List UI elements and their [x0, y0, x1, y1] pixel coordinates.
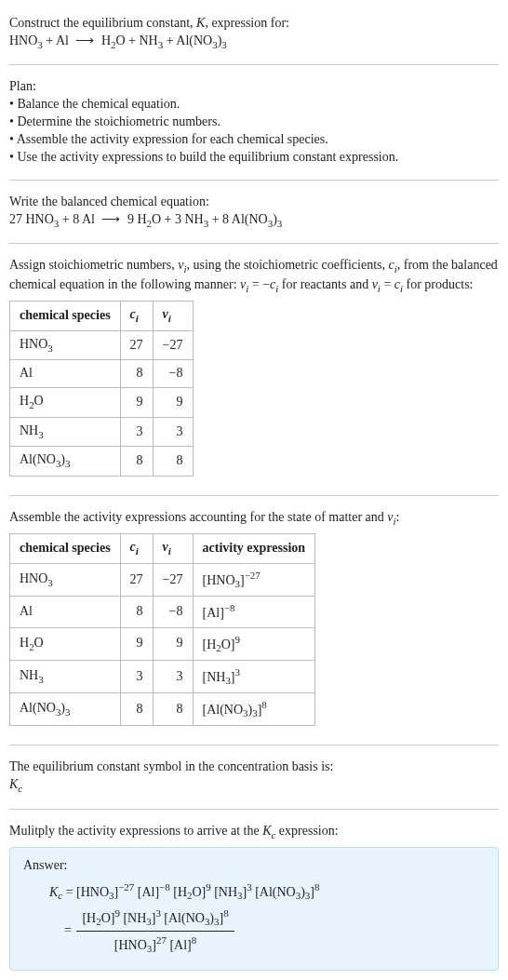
ci-cell: 8 — [120, 360, 153, 388]
eq-term: H — [101, 34, 111, 47]
table-row: H2O 9 9 [H2O]9 — [10, 627, 315, 660]
e: −27 — [118, 881, 134, 893]
assemble-section: Assemble the activity expressions accoun… — [9, 502, 499, 739]
kc-expression-2: = [H2O]9 [NH3]3 [Al(NO3)3]8 [HNO3]27 [Al… — [23, 905, 485, 958]
t: O] — [221, 637, 235, 651]
sub-i: i — [136, 313, 139, 324]
table-row: Al 8 −8 — [10, 360, 194, 388]
symbol-label: The equilibrium constant symbol in the c… — [9, 758, 499, 776]
fraction-numerator: [H2O]9 [NH3]3 [Al(NO3)3]8 — [76, 905, 234, 932]
t: [Al(NO — [203, 703, 244, 717]
e: −27 — [245, 570, 261, 581]
activity-cell: [HNO3]−27 — [193, 563, 315, 596]
species-cell: H2O — [10, 388, 121, 418]
table-row: NH3 3 3 — [10, 417, 194, 447]
e: 8 — [261, 699, 266, 710]
t: [Al(NO — [252, 885, 296, 899]
title-suffix: , expression for: — [205, 16, 289, 30]
species-cell: H2O — [10, 627, 121, 660]
t: O — [34, 394, 44, 408]
eq-term: + 8 Al(NO — [208, 212, 268, 226]
text: expression: — [275, 824, 338, 838]
answer-box: Answer: Kc = [HNO3]−27 [Al]−8 [H2O]9 [NH… — [9, 847, 499, 970]
plan-label: Plan: — [9, 78, 499, 96]
text: Assemble the activity expressions accoun… — [9, 510, 387, 524]
ci-cell: 8 — [120, 597, 153, 628]
t: [HNO — [76, 885, 109, 899]
assemble-label: Assemble the activity expressions accoun… — [9, 509, 499, 529]
e: −8 — [224, 602, 235, 613]
s: 3 — [47, 342, 52, 354]
s: 3 — [47, 577, 52, 588]
k-var: K — [9, 777, 18, 791]
t: [H — [82, 911, 96, 925]
t: [NH — [203, 670, 226, 684]
s: 3 — [38, 429, 43, 440]
divider — [9, 809, 499, 810]
plan-bullet: • Balance the chemical equation. — [9, 96, 499, 114]
species-cell: Al(NO3)3 — [10, 447, 121, 477]
table-row: Al(NO3)3 8 8 [Al(NO3)3]8 — [10, 693, 315, 726]
t: [Al(NO — [161, 911, 205, 925]
t: NH — [20, 668, 38, 682]
ci-cell: 8 — [120, 447, 153, 477]
nui-cell: −8 — [153, 597, 193, 628]
e: 27 — [156, 934, 167, 946]
text: = — [381, 277, 394, 291]
t: [H — [170, 885, 187, 899]
e: 3 — [235, 666, 240, 678]
multiply-label: Mulitply the activity expressions to arr… — [9, 823, 499, 842]
ci-cell: 27 — [120, 563, 153, 596]
t: [Al] — [134, 885, 159, 899]
eq-term: 27 HNO — [9, 212, 54, 226]
fraction: [H2O]9 [NH3]3 [Al(NO3)3]8 [HNO3]27 [Al]8 — [76, 905, 234, 958]
species-cell: Al(NO3)3 — [10, 693, 121, 726]
t: [Al] — [167, 938, 192, 952]
t: Al(NO — [20, 452, 56, 466]
kc-expression-1: Kc = [HNO3]−27 [Al]−8 [H2O]9 [NH3]3 [Al(… — [23, 880, 485, 903]
sub-i: i — [168, 313, 171, 324]
sub-c: c — [18, 783, 22, 794]
eq-term: HNO — [9, 34, 37, 47]
ci-cell: 3 — [120, 417, 153, 447]
symbol-section: The equilibrium constant symbol in the c… — [9, 751, 499, 802]
activity-cell: [Al(NO3)3]8 — [193, 693, 315, 726]
eq-sub: 3 — [221, 39, 226, 50]
nui-cell: −27 — [153, 330, 193, 360]
divider — [9, 495, 499, 496]
t: [NH — [120, 911, 146, 925]
eq-term: O + 3 NH — [152, 212, 204, 226]
divider — [9, 180, 499, 181]
plan-bullet: • Use the activity expressions to build … — [9, 149, 499, 167]
nui-cell: 9 — [153, 627, 193, 660]
species-cell: NH3 — [10, 660, 121, 692]
multiply-section: Mulitply the activity expressions to arr… — [9, 815, 499, 978]
stoich-intro: Assign stoichiometric numbers, νi, using… — [9, 257, 499, 295]
s: 3 — [65, 706, 70, 718]
plan-bullet: • Determine the stoichiometric numbers. — [9, 114, 499, 131]
activity-table: chemical species ci νi activity expressi… — [9, 533, 315, 726]
eq-term: + Al(NO — [163, 34, 212, 47]
species-cell: Al — [10, 360, 121, 388]
answer-label: Answer: — [23, 857, 485, 875]
e: 8 — [223, 907, 228, 919]
ci-cell: 3 — [120, 660, 153, 692]
col-species: chemical species — [10, 534, 121, 564]
eq-term: O + NH — [116, 34, 158, 47]
eq-term: + Al — [43, 34, 69, 47]
e: 9 — [235, 634, 240, 645]
t: O] — [192, 885, 206, 899]
activity-cell: [H2O]9 — [193, 627, 315, 660]
nui-cell: 8 — [153, 447, 193, 477]
balanced-label: Write the balanced chemical equation: — [9, 194, 499, 211]
t: Al(NO — [20, 701, 56, 715]
nui-cell: −27 — [153, 563, 193, 596]
t: H — [20, 394, 29, 408]
balanced-equation: 27 HNO3 + 8 Al ⟶ 9 H2O + 3 NH3 + 8 Al(NO… — [9, 211, 499, 231]
t: [H — [203, 637, 217, 651]
text: Assign stoichiometric numbers, — [9, 258, 178, 272]
activity-cell: [NH3]3 — [193, 660, 315, 692]
table-row: NH3 3 3 [NH3]3 — [10, 660, 315, 692]
fraction-denominator: [HNO3]27 [Al]8 — [76, 932, 234, 958]
t: [Al] — [203, 606, 224, 620]
